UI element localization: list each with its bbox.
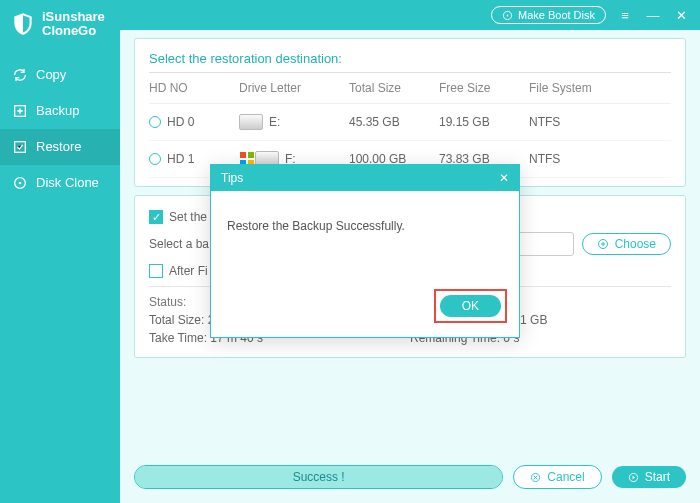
- ok-highlight: OK: [434, 289, 507, 323]
- ok-button[interactable]: OK: [440, 295, 501, 317]
- dialog-close-icon[interactable]: ✕: [499, 171, 509, 185]
- progress-label: Success !: [293, 470, 345, 484]
- tips-dialog: Tips ✕ Restore the Backup Successfully. …: [210, 164, 520, 338]
- dialog-message: Restore the Backup Successfully.: [227, 219, 405, 233]
- modal-backdrop: Tips ✕ Restore the Backup Successfully. …: [0, 0, 700, 503]
- dialog-title: Tips: [221, 171, 243, 185]
